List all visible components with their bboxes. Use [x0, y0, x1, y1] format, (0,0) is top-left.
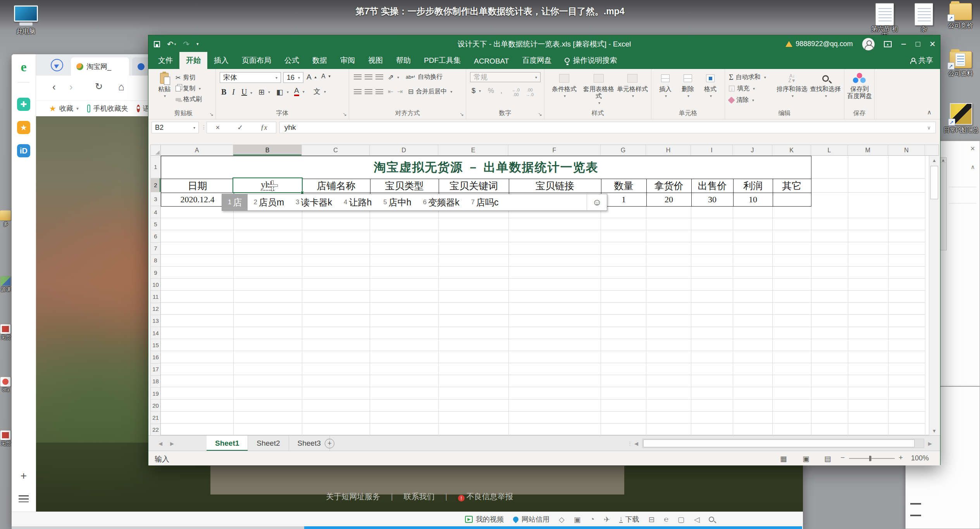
- row-header[interactable]: 5: [151, 218, 160, 230]
- tab-help[interactable]: 帮助: [389, 52, 417, 69]
- cell-I3[interactable]: 30: [691, 193, 733, 206]
- cell-styles-button[interactable]: 单元格样式▾: [616, 72, 649, 100]
- column-header[interactable]: L: [811, 145, 848, 155]
- cell-H3[interactable]: 20: [646, 193, 691, 206]
- cell-I2[interactable]: 出售价: [691, 179, 733, 193]
- horizontal-scrollbar[interactable]: [642, 439, 924, 448]
- number-format-select[interactable]: 常规▾: [470, 72, 541, 82]
- desktop-icon-za[interactable]: 杂: [911, 3, 936, 33]
- insert-cells-button[interactable]: 插入▾: [655, 72, 675, 100]
- download-button[interactable]: 下载: [619, 515, 639, 524]
- browser-nav-button[interactable]: ▶: [51, 59, 63, 71]
- zoom-out-icon[interactable]: −: [840, 453, 845, 462]
- zoom-slider-thumb[interactable]: [869, 456, 871, 461]
- row-header-active[interactable]: 2: [151, 178, 160, 192]
- italic-button[interactable]: I: [232, 88, 235, 96]
- column-header[interactable]: M: [848, 145, 888, 155]
- cells-area[interactable]: 淘宝虚拟无货源 － 出单数据统计一览表 日期 店铺名称 宝贝类型 宝贝关键词 宝…: [161, 156, 939, 436]
- ime-emoji-button[interactable]: ☺: [587, 194, 607, 210]
- footer-link-contact[interactable]: 联系我们: [404, 492, 435, 501]
- scrollbar-thumb[interactable]: [643, 439, 915, 447]
- dialog-launcher-icon[interactable]: [460, 111, 464, 117]
- row-header[interactable]: 12: [151, 303, 160, 315]
- dialog-launcher-icon[interactable]: [209, 111, 214, 117]
- vertical-scrollbar[interactable]: ▲ ▼: [929, 156, 939, 436]
- font-size-select[interactable]: 16▾: [283, 72, 303, 83]
- select-all-corner[interactable]: [151, 145, 161, 155]
- cell-J3[interactable]: 10: [733, 193, 773, 206]
- excel-titlebar[interactable]: 设计天下 - 出单数据统计一览表.xls [兼容模式] - Excel ▾ ▾ …: [148, 35, 940, 53]
- search-icon[interactable]: [709, 517, 714, 522]
- tab-baidu-pan[interactable]: 百度网盘: [515, 52, 558, 69]
- ime-candidate[interactable]: 6变频器k: [417, 194, 465, 210]
- video-progress-bar[interactable]: [304, 526, 802, 529]
- desktop-icon-this-pc[interactable]: 此电脑: [9, 5, 43, 35]
- desktop-icon-daily-pics[interactable]: ➚ 日常P图汇总: [942, 103, 980, 134]
- row-header[interactable]: 7: [151, 243, 160, 255]
- clear-button[interactable]: 清除▾: [729, 96, 754, 104]
- site-credit-button[interactable]: 网站信用: [513, 515, 549, 524]
- tab-formulas[interactable]: 公式: [278, 52, 306, 69]
- cell-G3[interactable]: 1: [601, 193, 646, 206]
- zoom-in-icon[interactable]: +: [899, 453, 903, 462]
- grow-font-button[interactable]: A▲: [307, 73, 317, 81]
- my-video-button[interactable]: ▶ 我的视频: [465, 515, 504, 524]
- format-cells-button[interactable]: 格式▾: [700, 72, 720, 100]
- row-header[interactable]: 18: [151, 376, 160, 388]
- tell-me-search[interactable]: 操作说明搜索: [558, 52, 623, 69]
- hscroll-left-icon[interactable]: ◀: [634, 436, 638, 451]
- back-icon[interactable]: ‹: [52, 81, 56, 93]
- column-header[interactable]: A: [161, 145, 233, 155]
- desktop-icon-fragment[interactable]: 无货: [0, 324, 12, 341]
- undo-button[interactable]: ▾: [167, 40, 176, 49]
- ime-candidate[interactable]: 3读卡器k: [290, 194, 338, 210]
- history-icon[interactable]: [590, 515, 594, 524]
- cell-A2[interactable]: 日期: [161, 179, 234, 193]
- tab-pdf-tools[interactable]: PDF工具集: [417, 52, 467, 69]
- increase-indent-icon[interactable]: ⇥: [397, 88, 403, 96]
- close-button[interactable]: ×: [930, 38, 935, 50]
- align-left-icon[interactable]: [354, 89, 362, 94]
- row-header[interactable]: 15: [151, 339, 160, 351]
- column-header[interactable]: H: [646, 145, 691, 155]
- comma-style-icon[interactable]: ,: [500, 86, 503, 95]
- sheet-nav-right-icon[interactable]: ▶: [170, 436, 174, 451]
- save-icon[interactable]: [154, 41, 160, 47]
- align-center-icon[interactable]: [365, 89, 372, 94]
- column-header[interactable]: D: [370, 145, 438, 155]
- dialog-launcher-icon[interactable]: [343, 111, 347, 117]
- scroll-up-icon[interactable]: ▲: [940, 158, 946, 163]
- row-header[interactable]: 3: [151, 192, 160, 206]
- tab-acrobat[interactable]: ACROBAT: [467, 53, 515, 69]
- cell-K2[interactable]: 其它: [773, 179, 811, 193]
- sidebar-list-icon[interactable]: [19, 495, 29, 502]
- sheet-tab[interactable]: Sheet1: [207, 436, 248, 451]
- column-header[interactable]: C: [302, 145, 370, 155]
- row-header[interactable]: 20: [151, 400, 160, 412]
- name-box[interactable]: B2▾: [152, 122, 199, 133]
- shield-icon[interactable]: [559, 515, 565, 524]
- delete-cells-button[interactable]: 删除▾: [678, 72, 698, 100]
- sidebar-app-star-icon[interactable]: ★: [17, 121, 30, 134]
- ime-candidate[interactable]: 1店: [222, 194, 248, 210]
- screenshot-icon[interactable]: [574, 515, 581, 524]
- row-header[interactable]: 10: [151, 279, 160, 291]
- wrap-text-button[interactable]: ab↵自动换行: [406, 73, 443, 81]
- desktop-icon-fragment[interactable]: 源课: [0, 276, 12, 293]
- refresh-icon[interactable]: ↻: [95, 81, 103, 92]
- star-icon[interactable]: ★: [49, 104, 56, 113]
- column-header[interactable]: F: [508, 145, 601, 155]
- sheet-nav-left-icon[interactable]: ◀: [158, 436, 162, 451]
- ime-candidate[interactable]: 7店吗c: [465, 194, 505, 210]
- qat-customize-icon[interactable]: ▾: [196, 41, 199, 47]
- close-icon[interactable]: ×: [970, 144, 975, 153]
- zoom-slider-track[interactable]: [849, 458, 895, 459]
- conditional-formatting-button[interactable]: 条件格式▾: [548, 72, 581, 100]
- shrink-font-button[interactable]: A▼: [321, 73, 331, 80]
- row-header[interactable]: 14: [151, 327, 160, 339]
- hscroll-right-icon[interactable]: ▶: [928, 436, 932, 451]
- cell-F2[interactable]: 宝贝链接: [509, 179, 601, 193]
- tab-review[interactable]: 审阅: [334, 52, 362, 69]
- footer-link-about[interactable]: 关于短网址服务: [326, 492, 380, 501]
- cell-title-A1[interactable]: 淘宝虚拟无货源 － 出单数据统计一览表: [161, 156, 811, 179]
